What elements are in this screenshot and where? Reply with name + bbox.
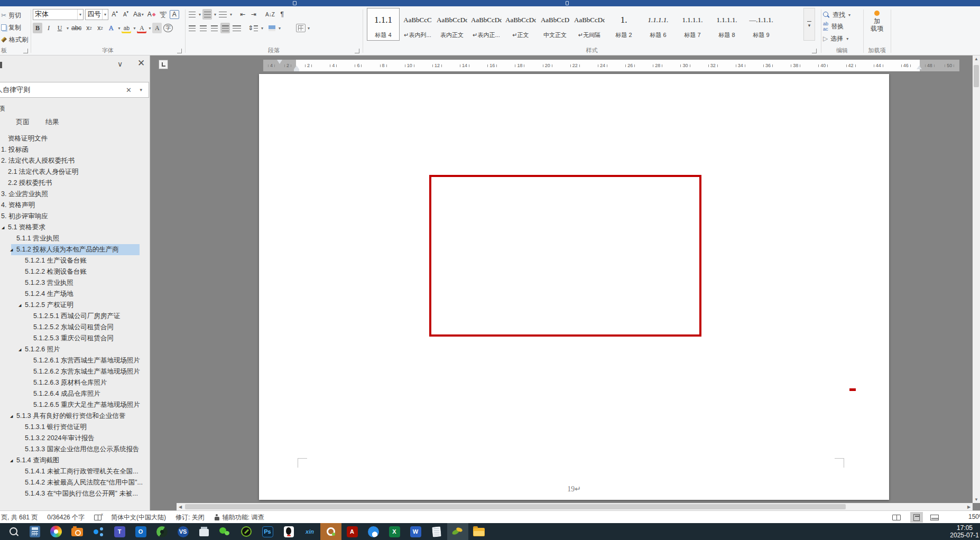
- align-right-button[interactable]: [209, 23, 219, 33]
- addins-button[interactable]: 加 载项: [863, 11, 891, 32]
- print-layout-view-button[interactable]: [910, 512, 923, 523]
- style-gallery-item[interactable]: 1.1.1.1.标题 6: [642, 8, 674, 41]
- nav-outline-item[interactable]: 5.1.2.6.4 成品仓库照片: [0, 388, 150, 399]
- horizontal-scroll-thumb[interactable]: [185, 504, 846, 509]
- nav-outline-item[interactable]: 资格证明文件: [0, 133, 150, 144]
- change-case-button[interactable]: Aa▾: [132, 9, 145, 20]
- style-gallery-item[interactable]: 1.1.1.1.标题 8: [710, 8, 743, 41]
- multilevel-list-button[interactable]: [218, 9, 228, 20]
- nav-outline-item[interactable]: 5.1.2.6.2 东营东城生产基地现场照片: [0, 366, 150, 377]
- xin-text-icon[interactable]: xin: [299, 523, 320, 540]
- nav-outline-item[interactable]: 5.1.3.2 2024年审计报告: [0, 433, 150, 444]
- nav-outline-item[interactable]: ◢5.1.2.5 产权证明: [0, 300, 150, 311]
- style-gallery-item[interactable]: AaBbCcC↵表内列...: [401, 8, 434, 41]
- nav-outline-item[interactable]: 5.1.4.1 未被工商行政管理机关在全国...: [0, 466, 150, 477]
- nav-outline-item[interactable]: 5.1.1 营业执照: [0, 233, 150, 244]
- format-painter-button[interactable]: 格式刷: [1, 34, 28, 45]
- style-gallery-item[interactable]: 1.标题 2: [607, 8, 640, 41]
- style-gallery-item[interactable]: AaBbCcDdI↵表内正...: [470, 8, 503, 41]
- web-layout-view-button[interactable]: [930, 515, 939, 520]
- scroll-left-icon[interactable]: ◀: [177, 505, 184, 509]
- borders-button[interactable]: [296, 24, 306, 32]
- ks-circle-icon[interactable]: VS: [172, 523, 193, 540]
- scroll-up-icon[interactable]: ▲: [973, 57, 980, 61]
- taskbar-clock[interactable]: 17:05 2025-07-1: [917, 523, 980, 540]
- scroll-right-icon[interactable]: ▶: [965, 505, 973, 509]
- qq-browser-icon[interactable]: [363, 523, 384, 540]
- paragraph-dialog-launcher[interactable]: [355, 49, 359, 53]
- style-gallery-item[interactable]: AaBbCcDdI↵正文: [504, 8, 537, 41]
- document-page[interactable]: 19↵: [259, 74, 889, 500]
- chevron-down-icon[interactable]: ▾: [140, 87, 142, 92]
- search-icon[interactable]: [3, 523, 24, 540]
- scroll-down-icon[interactable]: ▼: [973, 497, 980, 502]
- proofing-status-icon[interactable]: [94, 515, 101, 520]
- nav-outline-item[interactable]: 5.1.2.2 检测设备台账: [0, 266, 150, 277]
- show-marks-button[interactable]: ¶: [278, 9, 287, 20]
- style-gallery-item[interactable]: 1.1.1.1.标题 7: [676, 8, 709, 41]
- teams-icon[interactable]: T: [109, 523, 130, 540]
- style-gallery-item[interactable]: AaBbCcDdI表内正文: [436, 8, 468, 41]
- nav-outline-item[interactable]: ◢5.1 资格要求: [0, 222, 150, 233]
- nav-outline-item[interactable]: 5.1.4.3 在“中国执行信息公开网” 未被...: [0, 488, 150, 499]
- shading-button[interactable]: [267, 23, 276, 33]
- vertical-scrollbar[interactable]: ▲ ▼: [973, 55, 980, 503]
- expand-triangle-icon[interactable]: ◢: [10, 455, 13, 466]
- strikethrough-button[interactable]: abc: [70, 23, 82, 33]
- nav-outline-item[interactable]: 5.1.2.6.5 重庆大足生产基地现场照片: [0, 399, 150, 411]
- contract-seal-icon[interactable]: [320, 523, 341, 540]
- find-button[interactable]: 查找 ▾: [823, 9, 850, 21]
- word-count-status[interactable]: 0/36426 个字: [47, 513, 85, 522]
- nav-outline-item[interactable]: 5.1.2.4 生产场地: [0, 288, 150, 300]
- nav-outline-item[interactable]: 5.1.2.5.3 重庆公司租赁合同: [0, 333, 150, 344]
- nav-outline-item[interactable]: 2.2 授权委托书: [0, 178, 150, 189]
- nav-outline-item[interactable]: 5.1.2.5.1 西城公司厂房房产证: [0, 311, 150, 322]
- nav-outline-item[interactable]: ◢5.1.3 具有良好的银行资信和企业信誉: [0, 411, 150, 422]
- word-icon[interactable]: W: [405, 523, 426, 540]
- justify-button[interactable]: [220, 23, 230, 33]
- acrobat-icon[interactable]: A: [341, 523, 363, 540]
- underline-button[interactable]: U: [55, 23, 64, 33]
- printer-icon[interactable]: [193, 523, 215, 540]
- bold-button[interactable]: B: [33, 23, 42, 33]
- font-color-button[interactable]: A: [137, 23, 146, 33]
- sort-button[interactable]: A↓Z: [264, 9, 276, 20]
- copy-button[interactable]: 复制: [1, 22, 21, 33]
- nav-tab-pages[interactable]: 页面: [16, 117, 30, 127]
- wechat-icon[interactable]: [215, 523, 236, 540]
- font-dialog-launcher[interactable]: [177, 49, 182, 53]
- track-changes-status[interactable]: 修订: 关闭: [175, 513, 205, 522]
- nav-outline-item[interactable]: 2. 法定代表人授权委托书: [0, 155, 150, 166]
- decrease-indent-button[interactable]: ⇤: [238, 9, 247, 20]
- nav-outline-item[interactable]: 5.1.2.6.3 原材料仓库照片: [0, 377, 150, 388]
- font-size-combo[interactable]: 四号 ▾: [85, 9, 108, 20]
- tab-stop-selector[interactable]: [159, 60, 168, 69]
- share-dots-icon[interactable]: [88, 523, 109, 540]
- bullets-button[interactable]: [187, 9, 197, 20]
- highlight-color-button[interactable]: ab: [122, 23, 131, 33]
- cut-button[interactable]: ✂ 剪切: [1, 10, 21, 21]
- titlebar-glyph[interactable]: [566, 1, 569, 5]
- nav-outline-item[interactable]: ◢5.1.2 投标人须为本包产品的生产商: [0, 244, 150, 255]
- style-gallery-item[interactable]: AaBbCcDdI↵无间隔: [573, 8, 606, 41]
- distribute-button[interactable]: [232, 23, 242, 33]
- nav-outline-item[interactable]: 5.1.2.1 生产设备台账: [0, 255, 150, 266]
- italic-button[interactable]: I: [44, 23, 53, 33]
- expand-triangle-icon[interactable]: ◢: [10, 411, 13, 422]
- nav-outline-item[interactable]: ◢5.1.4 查询截图: [0, 455, 150, 466]
- style-gallery-item[interactable]: AaBbCcD中文正文: [539, 8, 571, 41]
- style-gallery-item[interactable]: 1.1.1标题 4: [367, 8, 400, 41]
- line-spacing-button[interactable]: ⇕: [247, 23, 259, 33]
- accessibility-status[interactable]: 辅助功能: 调查: [214, 513, 264, 522]
- chevron-down-icon[interactable]: ▾: [67, 26, 69, 31]
- increase-indent-button[interactable]: ⇥: [249, 9, 258, 20]
- screenshot-camera-icon[interactable]: [67, 523, 88, 540]
- sync-swirl-icon[interactable]: [151, 523, 172, 540]
- replace-button[interactable]: abac 替换: [823, 21, 844, 32]
- nav-outline-item[interactable]: 5.1.4.2 未被最高人民法院在“信用中国”...: [0, 477, 150, 488]
- nav-outline-item[interactable]: ◢5.1.2.6 照片: [0, 344, 150, 355]
- nav-outline-item[interactable]: 5.1.2.3 营业执照: [0, 277, 150, 288]
- character-shading-button[interactable]: A: [152, 23, 162, 33]
- excel-icon[interactable]: X: [384, 523, 405, 540]
- photos-icon[interactable]: [45, 523, 67, 540]
